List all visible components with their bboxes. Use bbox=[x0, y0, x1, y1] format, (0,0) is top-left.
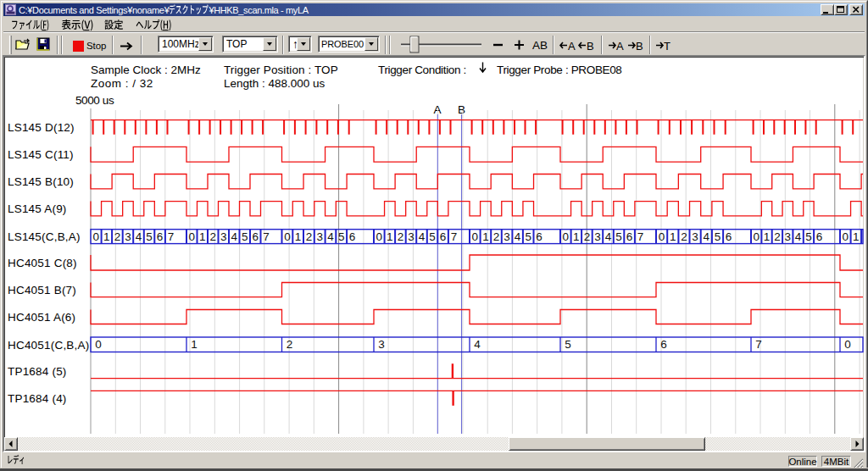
svg-text:1: 1 bbox=[482, 230, 489, 243]
svg-text:5: 5 bbox=[242, 230, 248, 243]
svg-text:HC4051(C,B,A): HC4051(C,B,A) bbox=[8, 339, 89, 352]
svg-text:4: 4 bbox=[515, 230, 521, 243]
svg-text:0: 0 bbox=[844, 338, 851, 351]
svg-text:0: 0 bbox=[93, 230, 100, 243]
svg-text:Trigger Probe : PROBE08: Trigger Probe : PROBE08 bbox=[497, 64, 622, 76]
svg-text:5: 5 bbox=[338, 230, 345, 243]
svg-text:0: 0 bbox=[659, 230, 665, 243]
svg-text:3: 3 bbox=[594, 230, 601, 243]
svg-text:0: 0 bbox=[563, 230, 570, 243]
svg-text:2: 2 bbox=[398, 230, 404, 243]
svg-text:2: 2 bbox=[493, 230, 500, 243]
svg-text:6: 6 bbox=[252, 230, 259, 243]
svg-text:6: 6 bbox=[726, 230, 732, 243]
svg-text:1: 1 bbox=[199, 230, 206, 243]
svg-text:LS145 C(11): LS145 C(11) bbox=[8, 148, 74, 161]
svg-text:7: 7 bbox=[451, 230, 458, 243]
svg-text:0: 0 bbox=[376, 230, 383, 243]
svg-text:4: 4 bbox=[136, 230, 142, 243]
svg-text:7: 7 bbox=[637, 230, 644, 243]
svg-text:4: 4 bbox=[327, 230, 334, 243]
svg-text:6: 6 bbox=[660, 338, 667, 351]
svg-text:Zoom : / 32: Zoom : / 32 bbox=[91, 77, 153, 90]
svg-text:HC4051 B(7): HC4051 B(7) bbox=[8, 284, 76, 296]
svg-text:3: 3 bbox=[125, 230, 131, 243]
svg-text:3: 3 bbox=[784, 230, 791, 243]
svg-text:0: 0 bbox=[472, 230, 479, 243]
svg-text:Length : 488.000 us: Length : 488.000 us bbox=[224, 77, 326, 90]
svg-text:Sample Clock : 2MHz: Sample Clock : 2MHz bbox=[91, 64, 201, 76]
svg-text:A: A bbox=[434, 103, 442, 116]
svg-text:2: 2 bbox=[287, 338, 293, 351]
svg-text:5: 5 bbox=[715, 230, 721, 243]
svg-text:Trigger Condition :: Trigger Condition : bbox=[378, 64, 466, 76]
svg-text:2: 2 bbox=[114, 230, 121, 243]
svg-text:0: 0 bbox=[95, 338, 102, 351]
svg-text:3: 3 bbox=[692, 230, 698, 243]
svg-text:1: 1 bbox=[764, 230, 771, 243]
svg-text:3: 3 bbox=[316, 230, 323, 243]
svg-text:3: 3 bbox=[408, 230, 415, 243]
svg-text:HC4051 C(8): HC4051 C(8) bbox=[8, 257, 77, 269]
svg-text:1: 1 bbox=[670, 230, 676, 243]
svg-text:6: 6 bbox=[816, 230, 823, 243]
svg-text:2: 2 bbox=[774, 230, 781, 243]
svg-text:0: 0 bbox=[284, 230, 291, 243]
svg-text:6: 6 bbox=[626, 230, 633, 243]
svg-text:5: 5 bbox=[525, 230, 531, 243]
svg-text:4: 4 bbox=[419, 230, 426, 243]
svg-text:1: 1 bbox=[191, 338, 198, 351]
svg-text:4: 4 bbox=[605, 230, 612, 243]
svg-text:1: 1 bbox=[103, 230, 110, 243]
svg-text:LS145 D(12): LS145 D(12) bbox=[8, 121, 75, 134]
svg-text:TP1684 (4): TP1684 (4) bbox=[8, 392, 67, 405]
svg-text:7: 7 bbox=[168, 230, 175, 243]
svg-text:5: 5 bbox=[565, 338, 571, 351]
svg-text:3: 3 bbox=[504, 230, 510, 243]
svg-text:4: 4 bbox=[795, 230, 802, 243]
svg-text:5: 5 bbox=[615, 230, 622, 243]
svg-text:LS145 B(10): LS145 B(10) bbox=[8, 175, 74, 188]
svg-text:2: 2 bbox=[584, 230, 591, 243]
svg-text:2: 2 bbox=[681, 230, 687, 243]
svg-text:7: 7 bbox=[755, 338, 762, 351]
svg-text:6: 6 bbox=[536, 230, 542, 243]
svg-text:5000 us: 5000 us bbox=[75, 94, 114, 107]
svg-text:3: 3 bbox=[220, 230, 227, 243]
svg-text:5: 5 bbox=[805, 230, 812, 243]
svg-text:0: 0 bbox=[753, 230, 760, 243]
svg-text:7: 7 bbox=[263, 230, 270, 243]
svg-text:Trigger Position : TOP: Trigger Position : TOP bbox=[224, 64, 338, 76]
svg-text:1: 1 bbox=[387, 230, 393, 243]
svg-text:1: 1 bbox=[573, 230, 580, 243]
svg-text:1: 1 bbox=[295, 230, 302, 243]
svg-text:LS145 A(9): LS145 A(9) bbox=[8, 202, 67, 215]
svg-text:1: 1 bbox=[853, 230, 860, 243]
svg-text:2: 2 bbox=[209, 230, 216, 243]
svg-text:4: 4 bbox=[231, 230, 237, 243]
svg-text:5: 5 bbox=[146, 230, 153, 243]
svg-text:5: 5 bbox=[429, 230, 436, 243]
svg-text:4: 4 bbox=[703, 230, 709, 243]
svg-text:6: 6 bbox=[157, 230, 164, 243]
svg-text:HC4051 A(6): HC4051 A(6) bbox=[8, 311, 75, 324]
svg-text:B: B bbox=[458, 103, 465, 116]
svg-text:0: 0 bbox=[843, 230, 849, 243]
svg-text:LS145(C,B,A): LS145(C,B,A) bbox=[8, 230, 81, 243]
svg-text:6: 6 bbox=[440, 230, 447, 243]
svg-text:2: 2 bbox=[306, 230, 313, 243]
svg-text:TP1684 (5): TP1684 (5) bbox=[8, 365, 67, 378]
svg-text:3: 3 bbox=[378, 338, 385, 351]
svg-text:0: 0 bbox=[188, 230, 195, 243]
svg-text:4: 4 bbox=[474, 338, 481, 351]
svg-text:6: 6 bbox=[349, 230, 356, 243]
